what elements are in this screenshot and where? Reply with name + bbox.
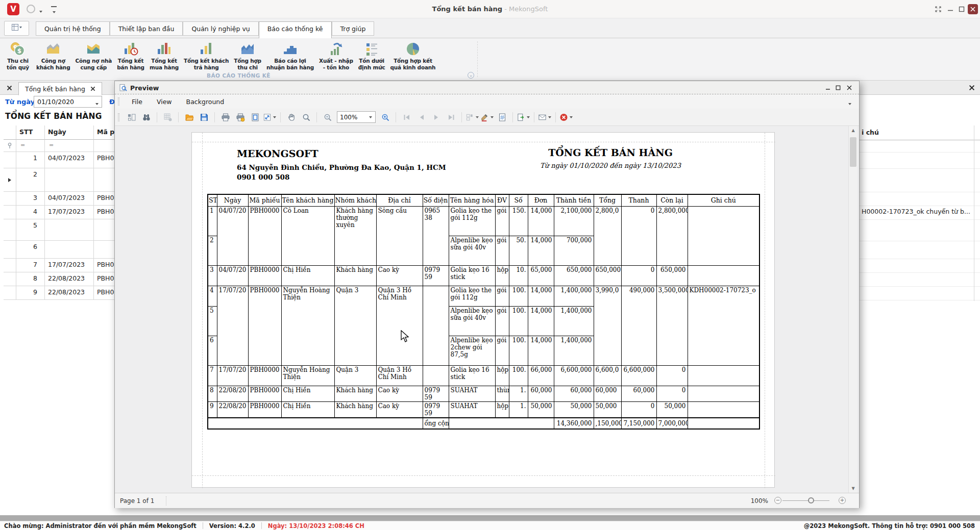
report-cell: 22/08/20 (217, 401, 248, 418)
menu-item[interactable]: File (125, 98, 150, 106)
grid-row-line (860, 152, 980, 153)
ribbon-button[interactable]: Tổng kếtbán hàng (114, 39, 147, 70)
report-cell (594, 236, 621, 265)
menu-item[interactable]: View (150, 98, 179, 106)
fullscreen-button[interactable] (933, 4, 943, 14)
ribbon-button-label: định mức (358, 64, 385, 71)
ribbon-tab[interactable]: Quản trị hệ thống (36, 21, 110, 36)
zoom-out-button[interactable]: − (774, 497, 781, 504)
ribbon-tab[interactable]: Quản lý nghiệp vụ (183, 21, 258, 36)
from-date-input[interactable] (34, 96, 102, 108)
area-chart-2-icon (75, 40, 112, 58)
preview-close-button[interactable] (845, 84, 854, 92)
maximize-button[interactable] (957, 4, 967, 14)
menu-item[interactable]: Background (179, 98, 232, 106)
ribbon-tab[interactable]: Thiết lập ban đầu (110, 21, 183, 36)
ribbon-button-label: tồn quỹ (5, 64, 31, 71)
open-icon[interactable] (182, 111, 196, 124)
ribbon-button[interactable]: Tổng kếtmua hàng (147, 39, 181, 70)
grid-column-header[interactable]: Ngày (45, 125, 94, 140)
report-cell (621, 336, 656, 365)
ribbon-button[interactable]: €$Thu chitồn quỹ (2, 39, 34, 70)
grid-cell-stt: 8 (16, 272, 45, 286)
tab-close-icon[interactable] (90, 85, 95, 93)
report-cell (248, 236, 281, 265)
preview-maximize-button[interactable] (834, 84, 843, 92)
step-chart-icon (266, 40, 314, 58)
zoom-out-icon[interactable] (321, 111, 334, 124)
report-cell (423, 306, 449, 336)
zoom-in-button[interactable]: + (839, 497, 846, 504)
page-setup-icon[interactable] (248, 111, 262, 124)
report-cell: Golia kẹo 16 stick (449, 265, 495, 286)
report-cell: Cao kỳ (376, 265, 423, 286)
panel-close-icon[interactable] (968, 84, 976, 92)
ribbon-button[interactable]: Tổng hợp kếtquả kinh doanh (388, 39, 438, 70)
grid-column-header[interactable]: STT (16, 125, 45, 140)
grid-indicator-cell (4, 152, 16, 168)
report-subtitle: Từ ngày 01/10/2020 đến ngày 13/10/2023 (457, 162, 764, 169)
app-menu-button[interactable] (4, 21, 29, 36)
export-icon[interactable] (517, 111, 530, 124)
ribbon-button[interactable]: Tổng hợpthu chi (231, 39, 264, 70)
zoom-level-combo[interactable]: 100% (337, 111, 376, 123)
scroll-up-icon[interactable]: ▲ (849, 126, 857, 135)
watermark-icon[interactable] (495, 111, 509, 124)
report-total-cell: ,150,000 (594, 418, 621, 429)
report-cell (334, 336, 376, 365)
print-icon[interactable] (218, 111, 232, 124)
toolbar-grip[interactable] (118, 97, 119, 106)
ribbon-button[interactable]: Báo cáo lợinhuận bán hàng (264, 39, 316, 70)
ribbon-button-label: cung cấp (75, 64, 112, 71)
scale-icon[interactable] (263, 111, 277, 124)
ribbon-button-label: Tổng hợp (234, 58, 261, 64)
email-icon[interactable] (538, 111, 552, 124)
dialog-launcher-button[interactable]: ⌄ (468, 72, 474, 79)
ribbon-button[interactable]: Tổng kết kháchtrả hàng (181, 39, 231, 70)
ribbon-tab[interactable]: Báo cáo thống kê (259, 21, 332, 38)
ribbon-button[interactable]: Xuất - nhập- tồn kho (316, 39, 356, 70)
magnifier-icon[interactable] (299, 111, 313, 124)
report-cell: 1. (509, 386, 528, 401)
thumbnails-icon[interactable] (125, 111, 138, 124)
preview-titlebar[interactable]: Preview (115, 81, 859, 94)
report-cell (248, 306, 281, 336)
zoom-in-icon[interactable] (378, 111, 392, 124)
search-icon[interactable] (139, 111, 153, 124)
report-total-cell (208, 418, 423, 429)
chevron-down-icon[interactable] (95, 100, 99, 107)
zoom-slider-knob[interactable] (808, 497, 814, 503)
ribbon-button[interactable]: Công nợ nhàcung cấp (72, 39, 114, 70)
preview-minimize-button[interactable] (823, 84, 832, 92)
close-all-tabs-button[interactable] (5, 84, 13, 92)
ribbon-tab[interactable]: Trợ giúp (332, 21, 375, 36)
hand-icon[interactable] (284, 111, 298, 124)
report-cell: 2,800,000 (656, 206, 688, 236)
ribbon-button-label: Báo cáo lợi (266, 58, 314, 64)
report-cell (423, 336, 449, 365)
grid-cell-ngay: 22/08/2023 (45, 286, 94, 300)
report-cell: 50,000 (594, 401, 621, 418)
report-total-cell (688, 418, 760, 429)
save-icon[interactable] (197, 111, 211, 124)
report-cell: 100. (509, 336, 528, 365)
zoom-slider[interactable] (782, 500, 829, 501)
report-cell: 0965 38 (423, 206, 449, 236)
chevron-down-icon[interactable] (848, 100, 852, 107)
grid-cell-ngay: 04/07/2023 (45, 192, 94, 206)
ribbon-button[interactable]: Công nợkhách hàng (34, 39, 72, 70)
document-tab[interactable]: Tổng kết bán hàng (18, 82, 102, 95)
close-preview-icon[interactable] (559, 111, 573, 124)
close-button[interactable] (968, 4, 978, 14)
toolbar-grip[interactable] (118, 113, 119, 121)
vertical-scrollbar[interactable]: ▲ ▼ (848, 126, 857, 493)
grid-cell-ngay: 04/07/2023 (45, 152, 94, 168)
quick-print-icon[interactable] (233, 111, 247, 124)
ribbon-button-label: Thu chi (5, 58, 31, 64)
minimize-button[interactable] (945, 4, 955, 14)
scrollbar-thumb[interactable] (850, 137, 856, 167)
toolbar-separator (534, 112, 534, 122)
page-color-icon[interactable] (480, 111, 494, 124)
ribbon-button[interactable]: Tồn dướiđịnh mức (356, 39, 388, 70)
scroll-down-icon[interactable]: ▼ (849, 484, 857, 493)
